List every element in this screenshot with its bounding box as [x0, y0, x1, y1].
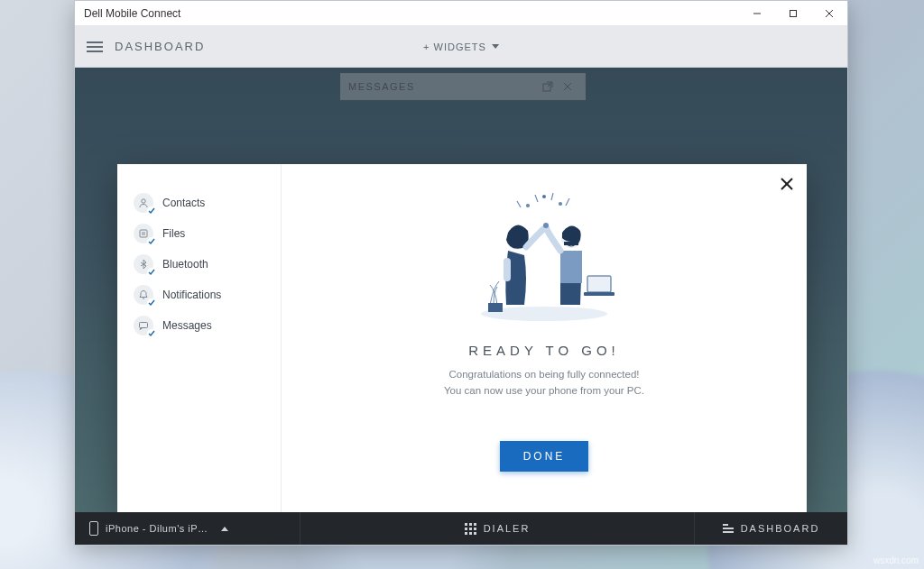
- dashboard-button[interactable]: DASHBOARD: [694, 512, 847, 545]
- svg-rect-1: [790, 10, 797, 16]
- sidebar-item-messages[interactable]: Messages: [134, 310, 275, 341]
- app-window: Dell Mobile Connect DASHBOARD + WIDGETS …: [74, 0, 848, 546]
- title-bar: Dell Mobile Connect: [75, 1, 847, 26]
- sidebar-item-notifications[interactable]: Notifications: [134, 280, 275, 310]
- sidebar-item-label: Contacts: [162, 197, 205, 209]
- device-selector[interactable]: iPhone - Dilum's iP…: [75, 512, 300, 545]
- dialog-title: READY TO GO!: [468, 343, 620, 358]
- files-icon: [134, 224, 153, 243]
- svg-line-20: [566, 198, 569, 206]
- close-dialog-button[interactable]: [776, 173, 798, 195]
- sidebar-item-files[interactable]: Files: [134, 218, 275, 249]
- dialer-label: DIALER: [484, 523, 531, 534]
- message-icon: [134, 316, 153, 335]
- window-controls: [739, 1, 847, 26]
- svg-point-21: [527, 205, 530, 207]
- svg-line-17: [517, 201, 521, 207]
- chevron-down-icon: [492, 44, 499, 49]
- bluetooth-icon: [134, 254, 153, 274]
- sidebar-item-label: Files: [162, 227, 185, 240]
- window-title: Dell Mobile Connect: [84, 7, 180, 20]
- sidebar-item-label: Messages: [162, 319, 212, 332]
- setup-checklist: Contacts Files Bluetooth: [117, 164, 282, 512]
- sidebar-item-contacts[interactable]: Contacts: [134, 188, 275, 218]
- svg-rect-26: [560, 251, 582, 283]
- sidebar-item-label: Notifications: [162, 289, 221, 301]
- svg-rect-15: [140, 323, 148, 328]
- dialog-main: READY TO GO! Congratulations on being fu…: [282, 164, 807, 512]
- dashboard-label: DASHBOARD: [741, 523, 820, 534]
- add-widgets-button[interactable]: + WIDGETS: [423, 41, 499, 52]
- phone-icon: [89, 521, 98, 536]
- done-button[interactable]: DONE: [500, 441, 589, 472]
- svg-point-10: [142, 199, 145, 203]
- bell-icon: [134, 285, 153, 305]
- dialer-button[interactable]: DIALER: [300, 512, 694, 545]
- setup-complete-dialog: Contacts Files Bluetooth: [117, 164, 807, 512]
- bottom-bar: iPhone - Dilum's iP… DIALER DASHBOARD: [75, 512, 847, 545]
- app-toolbar: DASHBOARD + WIDGETS: [75, 26, 847, 68]
- contacts-icon: [134, 193, 153, 213]
- maximize-button[interactable]: [775, 1, 811, 26]
- widgets-label: + WIDGETS: [423, 41, 486, 52]
- svg-rect-31: [584, 292, 614, 296]
- celebration-illustration: [454, 188, 634, 323]
- svg-point-23: [543, 196, 546, 198]
- svg-rect-25: [504, 258, 511, 281]
- page-title: DASHBOARD: [115, 40, 205, 53]
- device-label: iPhone - Dilum's iP…: [106, 523, 208, 534]
- svg-rect-32: [488, 303, 503, 312]
- svg-rect-28: [564, 242, 578, 245]
- watermark: wsxdn.com: [873, 555, 919, 565]
- chevron-up-icon: [221, 527, 228, 531]
- svg-point-29: [543, 223, 549, 228]
- sidebar-item-bluetooth[interactable]: Bluetooth: [134, 249, 275, 280]
- svg-line-19: [551, 193, 553, 200]
- sidebar-item-label: Bluetooth: [162, 258, 208, 271]
- content-area: MESSAGES Contacts: [75, 68, 847, 512]
- dialog-subtitle: Congratulations on being fully connected…: [444, 367, 644, 399]
- minimize-button[interactable]: [739, 1, 775, 26]
- dialpad-icon: [465, 523, 476, 535]
- close-window-button[interactable]: [811, 1, 847, 26]
- dashboard-icon: [723, 524, 734, 533]
- svg-rect-30: [587, 276, 611, 292]
- svg-line-18: [535, 195, 538, 202]
- menu-icon[interactable]: [75, 46, 115, 48]
- svg-rect-11: [140, 230, 147, 237]
- svg-point-22: [559, 203, 562, 206]
